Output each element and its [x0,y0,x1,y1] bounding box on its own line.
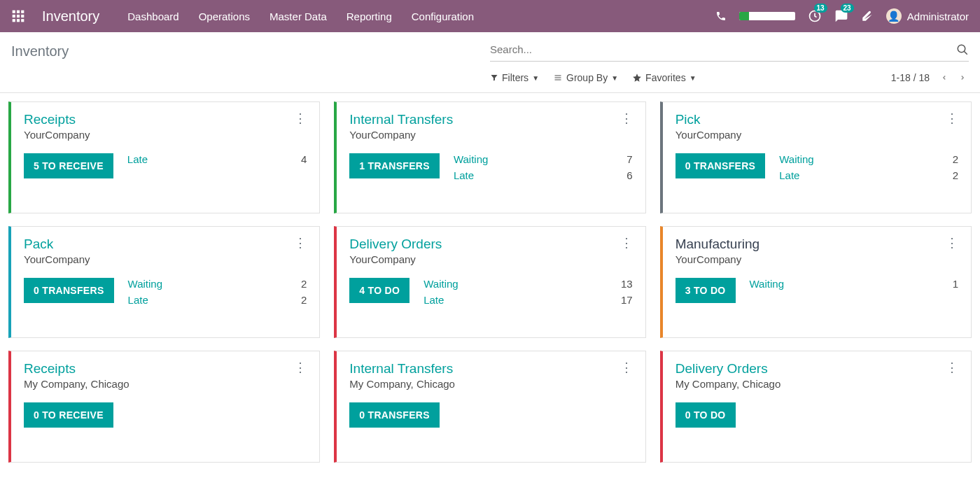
progress-bar[interactable] [739,12,795,20]
kebab-icon[interactable]: ⋮ [946,361,958,374]
filters-dropdown[interactable]: Filters ▼ [490,72,539,83]
kanban-card: Delivery OrdersMy Company, Chicago⋮0 TO … [660,351,972,463]
chat-badge: 23 [841,3,854,13]
groupby-dropdown[interactable]: Group By ▼ [553,72,618,83]
stat-value: 2 [290,278,307,290]
user-menu[interactable]: 👤 Administrator [886,8,969,24]
card-company: My Company, Chicago [676,378,781,390]
svg-line-11 [964,51,967,55]
card-action-button[interactable]: 0 TO DO [676,402,736,428]
stat-label: Late [128,294,148,306]
card-action-button[interactable]: 0 TRANSFERS [349,402,440,428]
kebab-icon[interactable]: ⋮ [620,361,633,374]
nav-item[interactable]: Reporting [346,10,392,22]
stat-value: 17 [616,294,633,306]
svg-rect-8 [21,19,24,22]
svg-rect-7 [17,19,20,22]
card-action-button[interactable]: 5 TO RECEIVE [24,153,113,178]
card-company: My Company, Chicago [349,378,455,390]
card-action-button[interactable]: 4 TO DO [349,278,410,303]
card-stat-row[interactable]: Late2 [128,294,307,306]
pager-next[interactable] [956,70,969,85]
card-title[interactable]: Internal Transfers [349,112,453,127]
kebab-icon[interactable]: ⋮ [620,112,633,125]
card-company: My Company, Chicago [24,378,130,390]
top-navbar: Inventory DashboardOperationsMaster Data… [0,0,980,32]
kebab-icon[interactable]: ⋮ [294,112,307,125]
kebab-icon[interactable]: ⋮ [946,112,958,125]
stat-value: 6 [616,169,633,181]
card-stat-row[interactable]: Late2 [779,169,958,181]
activity-icon[interactable]: 13 [808,9,822,23]
card-action-button[interactable]: 0 TRANSFERS [676,153,766,178]
card-title[interactable]: Pick [676,112,742,127]
card-company: YourCompany [676,129,742,141]
card-action-button[interactable]: 0 TRANSFERS [24,278,114,303]
funnel-icon [490,73,498,82]
card-company: YourCompany [24,129,90,141]
favorites-dropdown[interactable]: Favorites ▼ [632,72,696,83]
stat-label: Waiting [424,278,458,290]
card-stat-row[interactable]: Waiting2 [128,278,307,290]
card-action-button[interactable]: 0 TO RECEIVE [24,402,113,428]
card-action-button[interactable]: 1 TRANSFERS [349,153,440,178]
card-company: YourCompany [676,253,760,265]
chevron-down-icon: ▼ [532,74,539,82]
apps-icon[interactable] [11,9,25,23]
chat-icon[interactable]: 23 [834,9,848,23]
kanban-card: ReceiptsMy Company, Chicago⋮0 TO RECEIVE [8,351,320,463]
kanban-card: Internal TransfersMy Company, Chicago⋮0 … [334,351,645,463]
nav-item[interactable]: Master Data [270,10,327,22]
nav-item[interactable]: Dashboard [127,10,178,22]
main-nav: DashboardOperationsMaster DataReportingC… [127,10,474,22]
kanban-card: ManufacturingYourCompany⋮3 TO DOWaiting1 [660,226,972,338]
list-icon [553,73,563,82]
card-stat-row[interactable]: Waiting13 [424,278,632,290]
card-stat-row[interactable]: Late4 [127,153,307,165]
card-title: Manufacturing [676,237,760,252]
card-company: YourCompany [349,129,453,141]
kebab-icon[interactable]: ⋮ [946,237,958,249]
stat-label: Waiting [128,278,162,290]
stat-value: 1 [941,278,958,290]
card-stat-row[interactable]: Waiting7 [454,153,633,165]
nav-item[interactable]: Operations [199,10,250,22]
card-company: YourCompany [349,253,442,265]
card-title[interactable]: Delivery Orders [349,237,442,252]
control-panel: Inventory Filters ▼ Group By ▼ Favorites [0,32,980,93]
stat-value: 2 [941,169,958,181]
nav-item[interactable]: Configuration [412,10,474,22]
card-title[interactable]: Delivery Orders [676,361,781,377]
card-title[interactable]: Internal Transfers [349,361,455,377]
svg-rect-0 [13,10,15,13]
svg-rect-4 [17,15,20,17]
card-title[interactable]: Receipts [24,112,90,127]
stat-value: 7 [616,153,633,165]
kebab-icon[interactable]: ⋮ [620,237,633,249]
phone-icon[interactable] [715,10,727,22]
pager-text[interactable]: 1-18 / 18 [891,72,930,83]
card-title[interactable]: Receipts [24,361,130,377]
search-input[interactable] [490,39,956,59]
avatar-icon: 👤 [886,8,902,24]
stat-value: 2 [290,294,307,306]
search-icon[interactable] [956,43,969,56]
card-stat-row[interactable]: Late6 [454,169,633,181]
chevron-down-icon: ▼ [690,74,696,82]
search-bar [490,39,969,62]
user-name: Administrator [907,10,969,22]
svg-rect-2 [21,10,24,13]
card-stat-row[interactable]: Waiting1 [750,278,958,290]
kebab-icon[interactable]: ⋮ [294,237,307,249]
svg-rect-3 [13,15,15,17]
activity-badge: 13 [814,3,827,13]
pager-prev[interactable] [938,70,951,85]
card-stat-row[interactable]: Late17 [424,294,632,306]
stat-label: Waiting [454,153,488,165]
svg-rect-1 [17,10,20,13]
card-title[interactable]: Pack [24,237,90,252]
card-stat-row[interactable]: Waiting2 [779,153,958,165]
card-action-button[interactable]: 3 TO DO [676,278,736,303]
tools-icon[interactable] [861,10,874,22]
kebab-icon[interactable]: ⋮ [294,361,307,374]
